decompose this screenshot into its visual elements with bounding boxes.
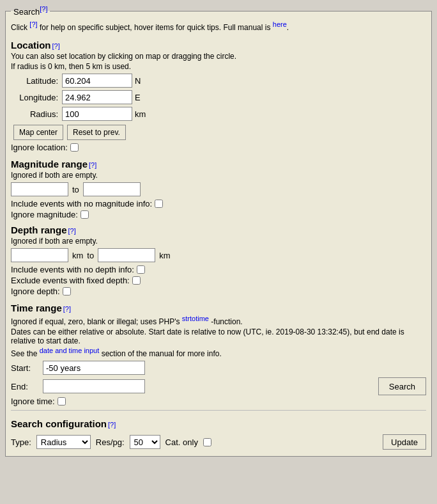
click-help-text: Click [?] for help on specific subject, …	[11, 20, 426, 32]
ignore-location-checkbox[interactable]	[70, 143, 79, 152]
exclude-fixed-checkbox[interactable]	[132, 276, 141, 285]
time-title: Time range	[11, 303, 62, 313]
ignore-time-label: Ignore time:	[11, 397, 55, 406]
include-no-depth-checkbox[interactable]	[137, 265, 145, 274]
depth-max-input[interactable]	[98, 248, 155, 262]
search-legend-title: Search	[13, 7, 40, 17]
depth-ignored: Ignored if both are empty.	[11, 237, 426, 246]
strtotime-link[interactable]: strtotime	[182, 315, 209, 322]
depth-help[interactable]: [?]	[68, 227, 76, 235]
depth-to: to	[87, 251, 94, 260]
map-center-button[interactable]: Map center	[13, 125, 63, 140]
cat-only-checkbox[interactable]	[203, 438, 211, 446]
depth-title: Depth range	[11, 224, 67, 235]
radius-row: Radius: km	[11, 107, 426, 121]
update-button[interactable]: Update	[383, 434, 426, 450]
reset-button[interactable]: Reset to prev.	[67, 125, 126, 140]
search-button[interactable]: Search	[378, 377, 426, 395]
type-label: Type:	[11, 437, 31, 447]
search-legend: Search[?]	[11, 5, 50, 17]
ignore-depth-row: Ignore depth:	[11, 287, 426, 296]
ignore-mag-row: Ignore magnitude:	[11, 210, 426, 219]
ignore-location-row: Ignore location:	[11, 143, 426, 152]
config-section: Search configuration[?] Type: Radius Rec…	[11, 410, 426, 450]
time-section: Time range[?] Ignored if equal, zero, bl…	[11, 299, 426, 406]
config-help[interactable]: [?]	[108, 421, 116, 429]
location-help[interactable]: [?]	[52, 42, 60, 50]
cat-only-label: Cat. only	[165, 437, 198, 447]
longitude-unit: E	[135, 93, 141, 102]
latitude-row: Latitude: N	[11, 74, 426, 88]
search-fieldset: Search[?] Click [?] for help on specific…	[5, 5, 432, 457]
ignore-location-label: Ignore location:	[11, 143, 68, 152]
res-select[interactable]: 10 20 50 100 200	[130, 435, 160, 449]
depth-km1: km	[72, 251, 83, 260]
magnitude-min-input[interactable]	[11, 182, 68, 196]
time-help[interactable]: [?]	[63, 305, 71, 313]
ignore-depth-checkbox[interactable]	[63, 287, 71, 295]
include-no-depth-label: Include events with no depth info:	[11, 265, 134, 274]
radius-input[interactable]	[62, 107, 132, 121]
location-desc2: If radius is 0 km, then 5 km is used.	[11, 62, 426, 71]
location-section: Location[?] You can also set location by…	[11, 36, 426, 152]
end-label: End:	[11, 382, 43, 391]
end-row: End:	[11, 379, 145, 393]
start-row: Start:	[11, 361, 426, 375]
click-help-ref[interactable]: [?]	[29, 20, 37, 28]
magnitude-ignored: Ignored if both are empty.	[11, 171, 426, 180]
depth-km2: km	[159, 251, 170, 260]
longitude-label: Longitude:	[11, 93, 62, 102]
ignore-mag-label: Ignore magnitude:	[11, 210, 78, 219]
magnitude-help[interactable]: [?]	[89, 161, 96, 169]
exclude-fixed-row: Exclude events with fixed depth:	[11, 276, 426, 285]
dt-link[interactable]: date and time input	[40, 347, 100, 354]
config-title: Search configuration	[11, 418, 107, 429]
location-title: Location	[11, 40, 51, 51]
include-no-mag-row: Include events with no magnitude info:	[11, 199, 426, 209]
ignore-time-row: Ignore time:	[11, 397, 426, 406]
depth-section: Depth range[?] Ignored if both are empty…	[11, 221, 426, 296]
ignore-depth-label: Ignore depth:	[11, 287, 60, 296]
time-desc2: Dates can be either relative or absolute…	[11, 327, 426, 345]
radius-label: Radius:	[11, 109, 62, 119]
end-and-search-row: End: Search	[11, 377, 426, 395]
ignore-mag-checkbox[interactable]	[80, 210, 89, 219]
magnitude-section: Magnitude range[?] Ignored if both are e…	[11, 155, 426, 219]
magnitude-max-input[interactable]	[83, 182, 141, 196]
include-no-depth-row: Include events with no depth info:	[11, 265, 426, 274]
magnitude-title: Magnitude range	[11, 159, 88, 169]
magnitude-range-row: to	[11, 182, 426, 196]
include-no-mag-label: Include events with no magnitude info:	[11, 199, 152, 209]
location-desc1: You can also set location by clicking on…	[11, 52, 426, 61]
include-no-mag-checkbox[interactable]	[155, 200, 163, 208]
magnitude-to: to	[72, 185, 79, 194]
ignore-time-checkbox[interactable]	[57, 397, 66, 406]
depth-range-row: km to km	[11, 248, 426, 262]
start-label: Start:	[11, 363, 43, 373]
start-input[interactable]	[43, 361, 145, 375]
manual-link[interactable]: here	[273, 20, 287, 28]
type-select[interactable]: Radius Rectangle All	[36, 435, 91, 449]
depth-min-input[interactable]	[11, 248, 68, 262]
search-legend-help[interactable]: [?]	[40, 5, 47, 13]
location-buttons: Map center Reset to prev.	[13, 125, 426, 140]
config-controls-row: Type: Radius Rectangle All Res/pg: 10 20…	[11, 434, 426, 450]
exclude-fixed-label: Exclude events with fixed depth:	[11, 276, 130, 285]
time-desc1: Ignored if equal, zero, blank or illegal…	[11, 315, 426, 326]
latitude-label: Latitude:	[11, 76, 62, 86]
longitude-row: Longitude: E	[11, 90, 426, 104]
latitude-unit: N	[135, 76, 141, 86]
radius-unit: km	[135, 109, 146, 119]
time-desc3: See the date and time input section of t…	[11, 347, 426, 358]
longitude-input[interactable]	[62, 90, 132, 104]
end-input[interactable]	[43, 379, 145, 393]
latitude-input[interactable]	[62, 74, 132, 88]
res-label: Res/pg:	[96, 437, 125, 447]
